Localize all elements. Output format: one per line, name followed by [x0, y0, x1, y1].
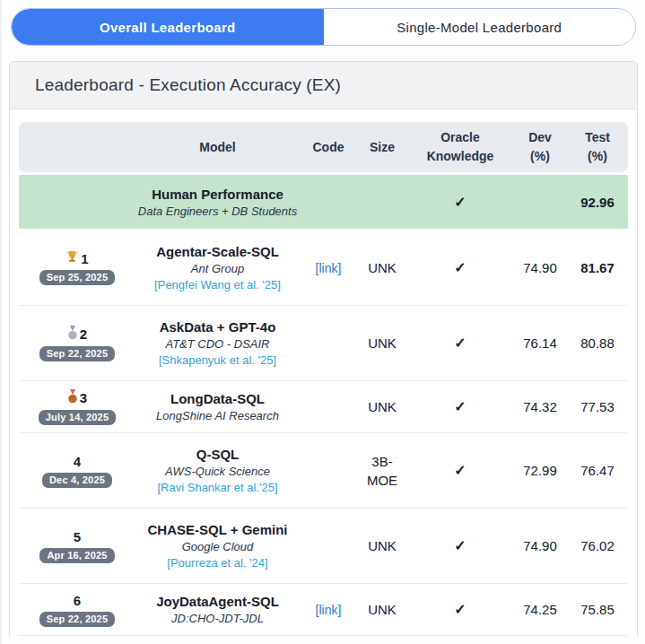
model-cell: Human PerformanceData Engineers + DB Stu… — [135, 187, 300, 218]
dev-value: 76.14 — [513, 335, 567, 351]
column-header-code: Code — [300, 138, 357, 157]
table-body: Human PerformanceData Engineers + DB Stu… — [19, 175, 628, 636]
rank-cell: 4Dec 4, 2025 — [19, 454, 135, 488]
leaderboard-card: Leaderboard - Execution Accuracy (EX) Mo… — [9, 61, 638, 636]
card-title-bar: Leaderboard - Execution Accuracy (EX) — [10, 62, 637, 109]
column-header-test: Test (%) — [567, 128, 628, 166]
tab-overall-leaderboard[interactable]: Overall Leaderboard — [12, 9, 324, 45]
rank-number: 2 — [80, 326, 87, 342]
page-title: Leaderboard - Execution Accuracy (EX) — [35, 75, 619, 95]
model-citation-link[interactable]: [Pengfei Wang et al. '25] — [154, 278, 281, 292]
model-cell: AskData + GPT-4oAT&T CDO - DSAIR[Shkapen… — [135, 319, 300, 367]
rank-number: 3 — [80, 390, 87, 405]
model-name: LongData-SQL — [170, 391, 265, 406]
test-value: 75.85 — [567, 602, 628, 617]
test-value: 81.67 — [567, 260, 628, 275]
rank-cell: 1Sep 25, 2025 — [19, 250, 135, 285]
rank-label: 2 — [67, 326, 87, 343]
test-value: 76.02 — [567, 538, 628, 553]
model-cell: CHASE-SQL + GeminiGoogle Cloud[Pourreza … — [135, 522, 300, 570]
column-header-oracle-knowledge: Oracle Knowledge — [407, 128, 513, 166]
table-row: 3July 14, 2025LongData-SQLLongShine AI R… — [19, 381, 628, 433]
oracle-check-icon: ✓ — [407, 194, 513, 211]
model-org: Ant Group — [191, 262, 244, 275]
trophy-icon — [65, 250, 79, 266]
table-row-human-performance: Human PerformanceData Engineers + DB Stu… — [19, 175, 628, 229]
rank-cell: 3July 14, 2025 — [19, 389, 135, 425]
table-row: 2Sep 22, 2025AskData + GPT-4oAT&T CDO - … — [19, 306, 628, 381]
dev-value: 74.90 — [513, 260, 567, 275]
size-value: UNK — [357, 536, 407, 555]
size-value: UNK — [357, 397, 407, 416]
code-link[interactable]: [link] — [316, 603, 342, 617]
bronze-medal-icon — [67, 389, 78, 406]
table-row: 4Dec 4, 2025Q-SQLAWS-Quick Science[Ravi … — [19, 433, 628, 509]
table-row: 5Apr 16, 2025CHASE-SQL + GeminiGoogle Cl… — [19, 509, 628, 584]
column-header-size: Size — [357, 138, 407, 157]
model-cell: JoyDataAgent-SQLJD:CHO-JDT-JDL — [135, 594, 300, 625]
date-badge: Sep 22, 2025 — [39, 612, 115, 627]
model-citation-link[interactable]: [Pourreza et al. '24] — [167, 556, 267, 570]
test-value: 92.96 — [567, 195, 628, 210]
table-row: 6Sep 22, 2025JoyDataAgent-SQLJD:CHO-JDT-… — [19, 584, 628, 636]
model-org: Google Cloud — [182, 540, 254, 553]
test-value: 80.88 — [567, 335, 628, 351]
leaderboard-tabbar: Overall Leaderboard Single-Model Leaderb… — [11, 8, 636, 46]
model-org: AWS-Quick Science — [165, 465, 270, 478]
model-citation-link[interactable]: [Ravi Shankar et al.'25] — [158, 481, 278, 494]
rank-number: 5 — [74, 529, 81, 544]
column-header-model: Model — [135, 138, 300, 157]
date-badge: Sep 22, 2025 — [39, 346, 115, 361]
date-badge: Apr 16, 2025 — [39, 548, 114, 563]
code-link[interactable]: [link] — [316, 261, 342, 275]
model-name: CHASE-SQL + Gemini — [147, 522, 287, 537]
table-header-row: Model Code Size Oracle Knowledge Dev (%)… — [19, 122, 628, 172]
rank-cell: 2Sep 22, 2025 — [19, 326, 135, 361]
model-name: Agentar-Scale-SQL — [156, 244, 279, 259]
size-value: 3B-MOE — [357, 452, 407, 490]
model-name: Human Performance — [152, 187, 283, 202]
date-badge: Dec 4, 2025 — [42, 473, 112, 488]
dev-value: 74.32 — [513, 399, 567, 414]
date-badge: Sep 25, 2025 — [39, 270, 115, 285]
model-org: Data Engineers + DB Students — [138, 205, 297, 218]
model-cell: Q-SQLAWS-Quick Science[Ravi Shankar et a… — [135, 447, 300, 494]
dev-value: 72.99 — [513, 463, 567, 478]
model-name: Q-SQL — [196, 447, 240, 462]
rank-label: 1 — [65, 250, 88, 266]
code-cell: [link] — [300, 260, 357, 276]
model-org: JD:CHO-JDT-JDL — [171, 612, 264, 625]
rank-label: 6 — [74, 593, 81, 608]
model-org: LongShine AI Research — [156, 409, 279, 422]
oracle-check-icon: ✓ — [407, 398, 513, 415]
test-value: 76.47 — [567, 463, 628, 478]
oracle-check-icon: ✓ — [407, 537, 513, 554]
rank-cell: 6Sep 22, 2025 — [19, 593, 135, 627]
oracle-check-icon: ✓ — [407, 601, 513, 618]
size-value: UNK — [357, 334, 407, 352]
rank-label: 3 — [67, 389, 87, 406]
rank-label: 4 — [74, 454, 81, 469]
size-value: UNK — [357, 600, 407, 619]
model-org: AT&T CDO - DSAIR — [165, 337, 269, 351]
rank-cell: 5Apr 16, 2025 — [19, 529, 135, 563]
rank-number: 6 — [74, 593, 81, 608]
column-header-dev: Dev (%) — [513, 128, 567, 166]
test-value: 77.53 — [567, 399, 628, 414]
oracle-check-icon: ✓ — [407, 335, 513, 352]
dev-value: 74.90 — [513, 538, 567, 553]
rank-number: 4 — [74, 454, 81, 469]
date-badge: July 14, 2025 — [39, 410, 117, 425]
oracle-check-icon: ✓ — [407, 462, 513, 479]
rank-number: 1 — [81, 251, 88, 266]
tab-single-model-leaderboard[interactable]: Single-Model Leaderboard — [324, 9, 636, 45]
code-cell: [link] — [300, 602, 357, 618]
model-name: JoyDataAgent-SQL — [156, 594, 279, 609]
size-value: UNK — [357, 258, 407, 277]
model-cell: LongData-SQLLongShine AI Research — [135, 391, 300, 422]
rank-label: 5 — [74, 529, 81, 544]
model-cell: Agentar-Scale-SQLAnt Group[Pengfei Wang … — [135, 244, 300, 292]
dev-value: 74.25 — [513, 602, 567, 617]
model-citation-link[interactable]: [Shkapenyuk et al. '25] — [159, 353, 276, 367]
leaderboard-table: Model Code Size Oracle Knowledge Dev (%)… — [10, 109, 637, 636]
